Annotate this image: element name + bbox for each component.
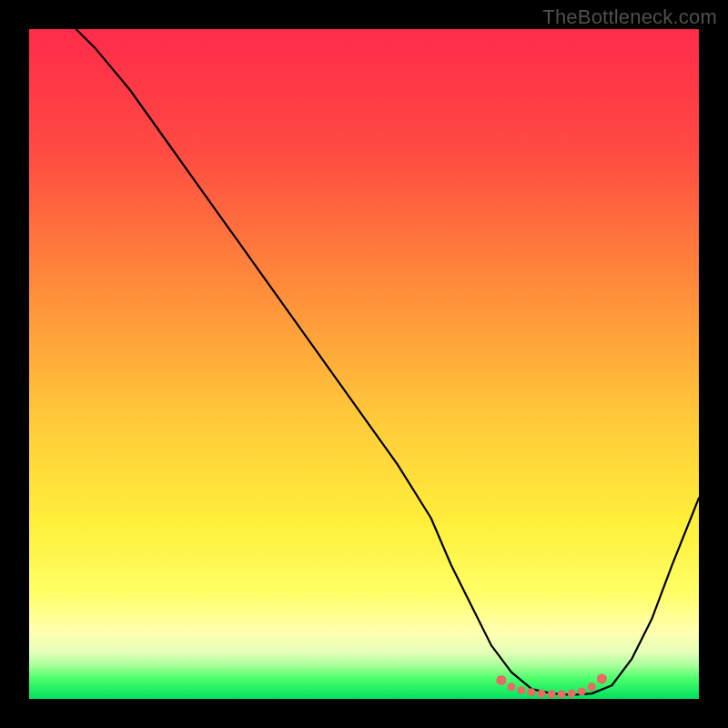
plot-area bbox=[29, 29, 699, 699]
marker-dot bbox=[507, 682, 515, 691]
marker-dot bbox=[538, 690, 546, 698]
marker-dot bbox=[496, 675, 506, 685]
marker-dot bbox=[548, 690, 556, 698]
marker-dot bbox=[517, 686, 525, 694]
marker-dot bbox=[528, 688, 536, 696]
marker-dot bbox=[558, 690, 566, 698]
marker-dot bbox=[588, 682, 596, 691]
attribution-label: TheBottleneck.com bbox=[542, 5, 717, 29]
curve-svg bbox=[29, 29, 699, 699]
bottleneck-curve bbox=[76, 29, 699, 695]
marker-dot bbox=[568, 690, 576, 698]
chart-frame: TheBottleneck.com bbox=[0, 0, 728, 728]
marker-dot bbox=[597, 673, 607, 683]
marker-dot bbox=[578, 687, 586, 695]
